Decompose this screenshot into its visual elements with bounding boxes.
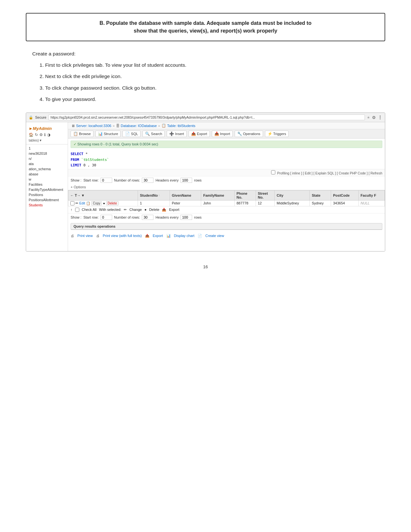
print-icon: 🖨 [71, 234, 74, 238]
sidebar-item-new362018[interactable]: new362018 [26, 151, 68, 156]
sidebar-item-1[interactable]: 1 [26, 146, 68, 151]
sidebar-item-positions[interactable]: Positions [26, 192, 68, 197]
show-label: Show : [71, 178, 82, 182]
start-row-input2[interactable] [101, 215, 112, 220]
url-bar[interactable]: https://sg2plcpnl0204.prcd.sin2.securese… [48, 114, 365, 120]
col-phone[interactable]: PhoneNo. [234, 190, 256, 200]
export-link-bottom[interactable]: Export [169, 208, 179, 212]
triggers-button[interactable]: ⚡ Triggers [265, 131, 289, 137]
browse-button[interactable]: 📋 Browse [71, 131, 93, 137]
sort-arrows[interactable]: ← T→ [70, 193, 81, 197]
breadcrumb-database[interactable]: Database: IODatabase [121, 124, 157, 128]
chart-icon: 📊 [166, 234, 171, 238]
secure-label: Secure [35, 115, 46, 119]
import-button[interactable]: 📥 Import [212, 131, 233, 137]
sidebar-item-ata[interactable]: ata [26, 161, 68, 166]
theme-icon[interactable]: ◑ [47, 133, 50, 137]
headers-input2[interactable] [181, 215, 192, 220]
home-icon[interactable]: 🏠 [29, 133, 34, 137]
up-arrow-icon: ↑ [71, 208, 73, 212]
sidebar-item-abase[interactable]: abase [26, 172, 68, 177]
info-icon[interactable]: ℹ [44, 133, 46, 137]
check-all-checkbox[interactable] [75, 208, 79, 212]
col-studentno[interactable]: StudentNo↕ [138, 190, 170, 200]
col-city[interactable]: City [275, 190, 310, 200]
sidebar-item-facilities[interactable]: Facilities [26, 182, 68, 187]
intro-text: Create a password: [32, 51, 385, 57]
pma-bottom-bar: ↑ Check All With selected: ✏ Change ● De… [68, 206, 385, 213]
num-rows-input[interactable] [142, 178, 153, 183]
sidebar-item-n[interactable]: n/ [26, 156, 68, 161]
export-icon-bottom: 📤 [162, 208, 166, 212]
operations-button[interactable]: 🔧 Operations [235, 131, 263, 137]
start-row-label: Start row: [83, 178, 99, 182]
menu-icon[interactable]: ⋮ [378, 115, 382, 120]
structure-icon: 📊 [98, 132, 103, 136]
delete-icon-bottom: ● [144, 208, 147, 212]
check-all-label[interactable]: Check All [82, 208, 97, 212]
breadcrumb-server[interactable]: Server: localhost:3306 [76, 124, 111, 128]
edit-icon: ✏ [75, 201, 78, 205]
settings-icon[interactable]: ⚙ [372, 115, 376, 120]
export-footer-link[interactable]: Export [153, 234, 163, 238]
breadcrumb-table[interactable]: Table: tblStudents [167, 124, 195, 128]
profiling-checkbox[interactable] [271, 170, 275, 174]
create-view-link[interactable]: Create view [205, 234, 224, 238]
check-icon: ✓ [73, 142, 76, 146]
pma-sql-section: SELECT * FROM `tblStudents` LIMIT 0 , 30 [68, 150, 385, 169]
pma-table-wrap: ← T→ ▼ StudentNo↕ GivenName FamilyName P… [68, 190, 385, 206]
refresh-icon[interactable]: ↻ [35, 133, 38, 137]
tables-section: tables) ▾ [26, 138, 68, 143]
col-state[interactable]: State [310, 190, 331, 200]
delete-link-bottom[interactable]: Delete [149, 208, 160, 212]
cell-city: MiddleSydney [275, 200, 310, 206]
insert-icon: ➕ [169, 132, 174, 136]
headers-label2: Headers every [155, 215, 179, 219]
col-postcode[interactable]: PostCode [331, 190, 358, 200]
export-button[interactable]: 📤 Export [189, 131, 210, 137]
headers-input[interactable] [181, 178, 192, 183]
num-rows-input2[interactable] [142, 215, 153, 220]
edit-link[interactable]: Edit [79, 201, 85, 205]
pma-sidebar: ►MyAdmin 🏠 ↻ ⚙ ℹ ◑ tables) ▾ 1 new362018… [26, 122, 68, 251]
col-familyname[interactable]: FamilyName [201, 190, 234, 200]
browser-bar: 🔒 Secure https://sg2plcpnl0204.prcd.sin2… [26, 113, 385, 122]
with-selected-label: With selected: [99, 208, 121, 212]
sidebar-item-students[interactable]: Students [26, 202, 68, 208]
sidebar-item-ation-schema[interactable]: ation_schema [26, 166, 68, 172]
pma-sidebar-icons: 🏠 ↻ ⚙ ℹ ◑ [26, 132, 68, 138]
col-givenname[interactable]: GivenName [170, 190, 201, 200]
print-full-icon: 🖨 [96, 234, 100, 238]
change-icon: ✏ [124, 208, 127, 212]
col-street[interactable]: StreetNo. [256, 190, 275, 200]
change-link[interactable]: Change [129, 208, 142, 212]
print-view-full-link[interactable]: Print view (with full texts) [103, 234, 142, 238]
sidebar-item-facility-type[interactable]: FacilityTypeAllottment [26, 187, 68, 192]
settings-icon-sm[interactable]: ⚙ [39, 133, 43, 137]
star-icon[interactable]: ★ [367, 115, 370, 120]
pma-table: ← T→ ▼ StudentNo↕ GivenName FamilyName P… [68, 190, 385, 206]
pma-breadcrumb: 🖥 Server: localhost:3306 » 🗄 Database: I… [68, 122, 385, 129]
sql-button[interactable]: 📄 SQL [122, 131, 141, 137]
col-faculty[interactable]: Faculty F [358, 190, 385, 200]
rows-suffix2: rows [194, 215, 201, 219]
search-button[interactable]: 🔍 Search [142, 131, 165, 137]
header-box: B. Populate the database with sample dat… [26, 13, 385, 41]
sort-icon[interactable]: ▼ [81, 193, 85, 197]
pma-options[interactable]: + Options [68, 184, 385, 190]
sidebar-item-positions-allot[interactable]: PositionsAllottment [26, 197, 68, 202]
pma-logo: ►MyAdmin [26, 124, 68, 132]
sidebar-item-w[interactable]: w [26, 177, 68, 182]
print-view-link[interactable]: Print view [77, 234, 93, 238]
start-row-label2: Start row: [83, 215, 99, 219]
copy-link[interactable]: Copy [91, 201, 102, 205]
row-actions-cell: ✏ Edit 📋 Copy ● Delete [68, 200, 138, 206]
structure-button[interactable]: 📊 Structure [95, 131, 121, 137]
display-chart-link[interactable]: Display chart [174, 234, 195, 238]
start-row-input[interactable] [101, 178, 112, 183]
insert-button[interactable]: ➕ Insert [167, 131, 187, 137]
cell-street: 12 [256, 200, 275, 206]
delete-link[interactable]: Delete [106, 201, 119, 205]
search-icon: 🔍 [145, 132, 150, 136]
row-checkbox[interactable] [70, 201, 74, 205]
